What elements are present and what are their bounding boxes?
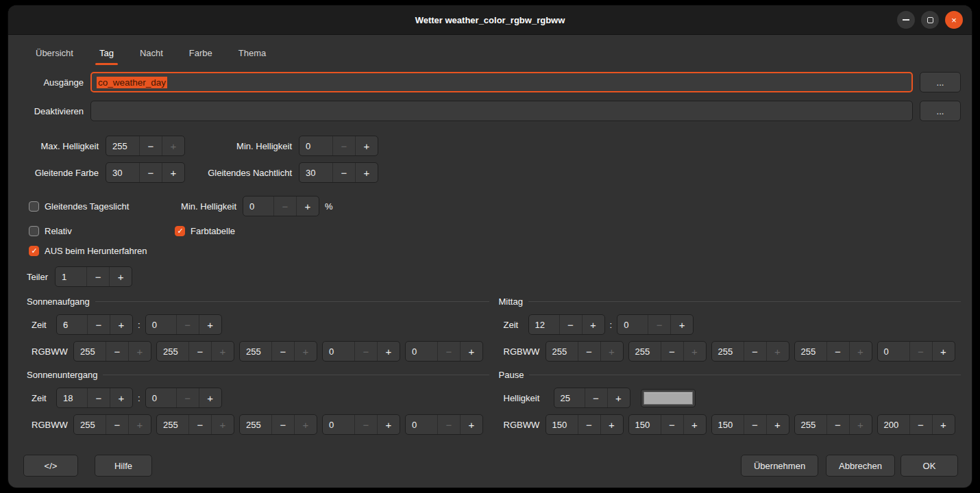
decrement-button[interactable]: − [273,197,296,216]
tab-thema[interactable]: Thema [229,40,275,65]
rgbww-spinner-r[interactable]: 255 − + [546,341,624,362]
gleitendes-nachtlicht-spinner[interactable]: 30 − + [299,162,378,183]
increment-button[interactable]: + [460,415,482,434]
spinner-value[interactable]: 0 [406,415,437,434]
increment-button[interactable]: + [766,342,789,361]
rgbww-spinner-g[interactable]: 150 − + [628,414,707,435]
increment-button[interactable]: + [109,267,132,286]
help-button[interactable]: Hilfe [95,455,152,477]
decrement-button[interactable]: − [271,415,294,434]
increment-button[interactable]: + [377,415,400,434]
increment-button[interactable]: + [600,415,623,434]
increment-button[interactable]: + [199,315,221,334]
decrement-button[interactable]: − [188,342,211,361]
rgbww-spinner-w2[interactable]: 0 − + [877,341,955,362]
increment-button[interactable]: + [607,388,630,407]
increment-button[interactable]: + [683,415,706,434]
ok-button[interactable]: OK [901,455,958,477]
increment-button[interactable]: + [355,163,378,182]
checkbox-box[interactable] [29,201,39,212]
decrement-button[interactable]: − [559,315,582,334]
stunde-spinner[interactable]: 6 − + [56,314,133,335]
decrement-button[interactable]: − [332,163,355,182]
decrement-button[interactable]: − [176,315,199,334]
spinner-value[interactable]: 0 [299,136,332,155]
spinner-value[interactable]: 200 [878,415,909,434]
increment-button[interactable]: + [766,415,789,434]
relativ-checkbox[interactable]: Relativ [29,226,169,236]
spinner-value[interactable]: 255 [712,342,744,361]
rgbww-spinner-r[interactable]: 150 − + [546,414,624,435]
increment-button[interactable]: + [296,197,319,216]
minute-spinner[interactable]: 0 − + [145,388,222,408]
tab-farbe[interactable]: Farbe [180,40,222,65]
increment-button[interactable]: + [162,163,184,182]
gleitende-farbe-spinner[interactable]: 30 − + [106,162,185,183]
maximize-button[interactable] [921,11,939,29]
spinner-value[interactable]: 18 [57,388,87,407]
increment-button[interactable]: + [211,342,234,361]
decrement-button[interactable]: − [87,315,110,334]
spinner-value[interactable]: 255 [240,342,271,361]
rgbww-spinner-w1[interactable]: 255 − + [794,341,872,362]
tab-uebersicht[interactable]: Übersicht [26,40,83,65]
increment-button[interactable]: + [849,342,872,361]
increment-button[interactable]: + [670,315,693,334]
increment-button[interactable]: + [294,342,317,361]
decrement-button[interactable]: − [437,342,460,361]
spinner-value[interactable]: 0 [617,315,648,334]
increment-button[interactable]: + [932,342,955,361]
spinner-value[interactable]: 255 [74,342,106,361]
increment-button[interactable]: + [199,388,221,407]
spinner-value[interactable]: 255 [546,342,578,361]
stunde-spinner[interactable]: 12 − + [528,314,605,335]
cancel-button[interactable]: Abbrechen [826,455,895,477]
increment-button[interactable]: + [582,315,604,334]
decrement-button[interactable]: − [106,342,128,361]
rgbww-spinner-g[interactable]: 255 − + [156,414,234,435]
teiler-spinner[interactable]: 1 − + [55,266,132,287]
increment-button[interactable]: + [355,136,378,155]
spinner-value[interactable]: 6 [57,315,87,334]
spinner-value[interactable]: 0 [878,342,909,361]
close-button[interactable]: × [945,11,963,29]
code-button[interactable]: </> [23,455,78,477]
increment-button[interactable]: + [294,415,317,434]
checkbox-box[interactable] [175,226,185,236]
decrement-button[interactable]: − [826,342,849,361]
spinner-value[interactable]: 150 [712,415,744,434]
spinner-value[interactable]: 255 [157,415,188,434]
increment-button[interactable]: + [932,415,955,434]
deaktivieren-browse-button[interactable]: ... [920,101,961,121]
spinner-value[interactable]: 255 [795,342,826,361]
decrement-button[interactable]: − [585,388,607,407]
spinner-value[interactable]: 12 [529,315,559,334]
increment-button[interactable]: + [211,415,234,434]
checkbox-box[interactable] [29,246,39,256]
max-helligkeit-spinner[interactable]: 255 − + [106,136,185,156]
increment-button[interactable]: + [128,415,151,434]
rgbww-spinner-w2[interactable]: 200 − + [877,414,955,435]
spinner-value[interactable]: 0 [243,197,273,216]
increment-button[interactable]: + [377,342,400,361]
rgbww-spinner-w1[interactable]: 0 − + [322,414,400,435]
apply-button[interactable]: Übernehmen [741,455,818,477]
spinner-value[interactable]: 255 [240,415,271,434]
rgbww-spinner-w1[interactable]: 255 − + [794,414,872,435]
min-helligkeit-spinner[interactable]: 0 − + [299,136,378,156]
decrement-button[interactable]: − [826,415,849,434]
spinner-value[interactable]: 0 [406,342,437,361]
tab-tag[interactable]: Tag [90,40,123,65]
ausgaenge-input[interactable]: co_weather_day [90,72,913,92]
spinner-value[interactable]: 30 [299,163,332,182]
increment-button[interactable]: + [110,315,132,334]
gleitendes-tageslicht-checkbox[interactable]: Gleitendes Tageslicht [29,201,169,212]
spinner-value[interactable]: 255 [157,342,188,361]
rgbww-spinner-g[interactable]: 255 − + [628,341,707,362]
decrement-button[interactable]: − [354,342,377,361]
decrement-button[interactable]: − [909,342,932,361]
stunde-spinner[interactable]: 18 − + [56,388,133,408]
decrement-button[interactable]: − [176,388,199,407]
rgbww-spinner-b[interactable]: 255 − + [239,341,317,362]
increment-button[interactable]: + [460,342,482,361]
